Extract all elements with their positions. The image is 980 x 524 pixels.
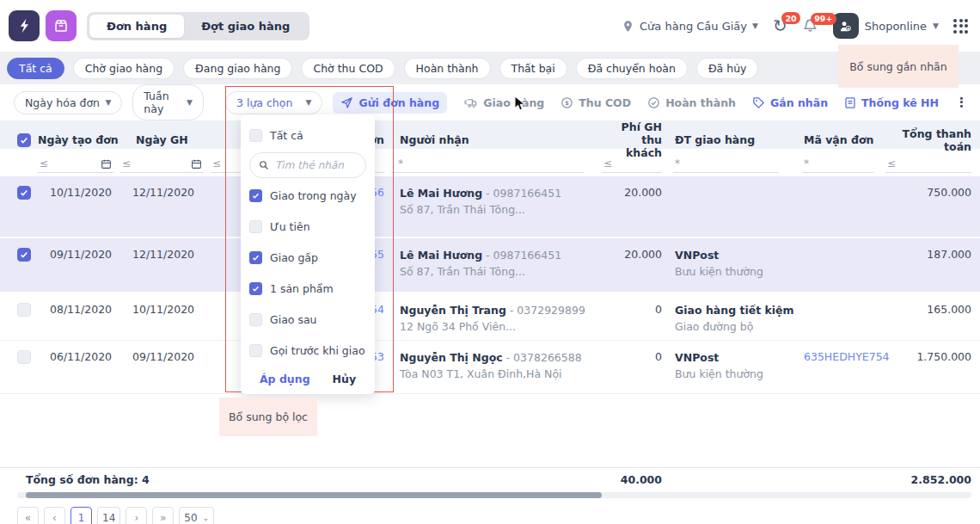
notifications-badge: 99+ [811,13,836,25]
col-tong-thanh-toan[interactable]: Tổng thanh toán [885,127,971,153]
dropdown-option[interactable]: Ưu tiên [249,211,366,242]
receiver-cell: Lê Mai Hương - 0987166451 Số 87, Trần Th… [391,186,602,219]
tab-dot-giao-hang[interactable]: Đợt giao hàng [184,15,307,38]
pill-da-chuyen-hoan[interactable]: Đã chuyển hoàn [576,58,688,79]
more-actions-button[interactable]: ⋮ [955,95,968,110]
row-checkbox[interactable] [17,303,31,317]
filter-total[interactable]: ≤ [885,157,971,173]
col-ma-van-don[interactable]: Mã vận đơn [795,133,885,146]
carrier-cell: VNPostBưu kiện thường [662,248,795,280]
dropdown-option[interactable]: Giao trong ngày [249,180,366,211]
receiver-cell: Lê Mai Hương - 0987166451 Số 87, Trần Th… [391,248,602,280]
chevron-down-icon: ▼ [187,98,193,107]
avatar: $ [833,13,859,39]
status-filter-bar: Tất cả Chờ giao hàng Đang giao hàng Chờ … [0,52,980,84]
table-row[interactable]: 10/11/2020 12/11/2020 56 Lê Mai Hương - … [0,176,980,238]
col-ngay-tao-don[interactable]: Ngày tạo đơn [38,133,120,146]
option-checkbox[interactable] [249,129,262,142]
user-coin-icon: $ [838,19,853,34]
account-menu[interactable]: $ Shoponline ▼ [833,13,939,39]
table-filter-row: ≤ ≤ ≤ * ≤ * * ≤ [0,149,980,176]
pill-da-huy[interactable]: Đã hủy [696,58,759,79]
collect-cod-button[interactable]: $ Thu COD [560,96,631,109]
stats-button[interactable]: Thống kê HH [844,96,939,109]
scrollbar-thumb[interactable] [26,492,602,498]
date-range-select[interactable]: Tuần này▼ [132,84,204,120]
option-checkbox[interactable] [249,344,262,357]
label-search-input[interactable]: Tìm thẻ nhãn [249,152,366,178]
col-nguoi-nhan[interactable]: Người nhận [391,133,602,146]
apply-button[interactable]: Áp dụng [260,373,310,385]
option-checkbox[interactable] [249,251,262,264]
complete-button[interactable]: Hoàn thành [647,96,736,109]
cancel-button[interactable]: Hủy [333,373,357,385]
fee-total: 40.000 [602,473,662,486]
option-checkbox[interactable] [249,282,262,295]
horizontal-scrollbar[interactable] [17,492,971,498]
filter-delivery-date[interactable]: ≤ [120,157,204,173]
toolbar: Ngày hóa đơn▼ Tuần này▼ 3 lựa chọn▼ Gửi … [0,84,980,120]
tracking-cell[interactable]: 635HEDHYE754 [795,350,885,363]
next-page-button[interactable]: › [126,507,147,524]
col-dt-giao-hang[interactable]: ĐT giao hàng [662,133,795,146]
table-row[interactable]: 08/11/2020 10/11/2020 54 Nguyễn Thị Tran… [0,293,980,341]
total-pages-button[interactable]: 14 [97,507,120,524]
last-page-button[interactable]: » [152,507,174,524]
dollar-circle-icon: $ [560,96,573,109]
dropdown-option[interactable]: Giao sau [249,304,366,335]
option-checkbox[interactable] [249,313,262,326]
account-name: Shoponline [865,20,927,33]
date-type-select[interactable]: Ngày hóa đơn▼ [14,91,122,114]
filter-carrier[interactable]: * [673,157,778,173]
dropdown-option[interactable]: Gọi trước khi giao [249,335,366,366]
first-page-button[interactable]: « [17,507,39,524]
sync-button[interactable]: ↻ 20 [773,17,787,34]
app-logo-icon[interactable] [9,10,40,41]
table-row[interactable]: 09/11/2020 12/11/2020 55 Lê Mai Hương - … [0,238,980,293]
package-app-icon[interactable] [46,10,77,41]
topbar: Đơn hàng Đợt giao hàng Cửa hàng Cầu Giấy… [0,0,980,52]
pill-dang-giao-hang[interactable]: Đang giao hàng [183,58,292,79]
apps-grid-icon[interactable] [953,19,968,34]
notifications-button[interactable]: 99+ [802,18,818,34]
assign-label-button[interactable]: Gắn nhãn [752,96,828,109]
current-page-button[interactable]: 1 [70,507,92,524]
prev-page-button[interactable]: ‹ [44,507,65,524]
tab-don-hang[interactable]: Đơn hàng [89,15,184,38]
store-picker[interactable]: Cửa hàng Cầu Giấy ▼ [622,20,758,33]
pill-cho-giao-hang[interactable]: Chờ giao hàng [73,58,175,79]
deliver-button[interactable]: Giao hàng [463,96,544,109]
row-checkbox[interactable] [17,248,31,262]
filter-created-date[interactable]: ≤ [38,157,113,173]
created-date: 10/11/2020 [38,186,120,199]
row-checkbox[interactable] [17,186,31,200]
pill-hoan-thanh[interactable]: Hoàn thành [404,58,491,79]
filter-tracking[interactable]: * [802,157,873,173]
option-checkbox[interactable] [249,220,262,233]
pill-cho-thu-cod[interactable]: Chờ thu COD [301,58,395,79]
dropdown-option[interactable]: Giao gấp [249,242,366,273]
pill-that-bai[interactable]: Thất bại [499,58,567,79]
pill-tat-ca[interactable]: Tất cả [7,58,64,79]
sync-badge: 20 [781,12,800,24]
delivery-date: 12/11/2020 [120,248,211,261]
col-phi-gh[interactable]: Phí GH thu khách [602,120,662,159]
created-date: 08/11/2020 [38,303,120,316]
package-icon [53,18,69,34]
page-size-select[interactable]: 50 ⌄ [179,507,214,524]
dropdown-option-all[interactable]: Tất cả [249,121,366,149]
table-row[interactable]: 06/11/2020 09/11/2020 53 Nguyễn Thị Ngọc… [0,341,980,394]
filter-receiver[interactable]: * [391,157,585,173]
select-all-checkbox[interactable] [17,133,31,147]
svg-text:$: $ [847,26,849,30]
filter-fee[interactable]: ≤ [602,157,662,173]
dropdown-option[interactable]: 1 sản phẩm [249,273,366,304]
document-icon [844,96,856,109]
delivery-date: 12/11/2020 [120,186,211,199]
tooltip-bo-loc: Bổ sung bộ lọc [219,398,317,436]
fee-cell: 0 [602,350,662,363]
option-checkbox[interactable] [249,189,262,202]
row-checkbox[interactable] [17,350,31,364]
chevron-down-icon: ▼ [933,22,939,30]
col-ngay-gh[interactable]: Ngày GH [120,133,211,146]
